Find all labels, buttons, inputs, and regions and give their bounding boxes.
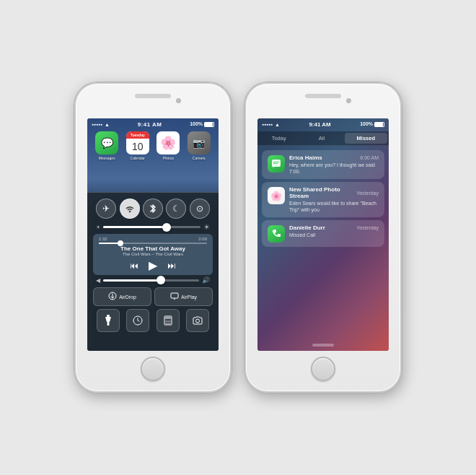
clock-button[interactable] bbox=[126, 309, 149, 332]
camera-app-icon: 📷 Camera bbox=[188, 131, 211, 160]
fast-forward-button[interactable]: ⏭ bbox=[167, 261, 176, 271]
music-progress-thumb bbox=[118, 240, 123, 246]
left-time: 9:41 AM bbox=[138, 121, 162, 128]
svg-point-9 bbox=[169, 321, 170, 322]
brightness-track[interactable] bbox=[103, 226, 200, 228]
bluetooth-toggle[interactable] bbox=[143, 199, 163, 219]
quick-launch-row bbox=[93, 309, 213, 332]
signal-dots: ●●●●● ▲ bbox=[92, 122, 110, 127]
music-title: The One That Got Away bbox=[99, 245, 207, 252]
notification-item[interactable]: Danielle Durr Yesterday Missed Call bbox=[262, 220, 384, 247]
notifications-screen: ●●●●● ▲ 9:41 AM 100% Today All Missed bbox=[257, 118, 389, 351]
svg-rect-6 bbox=[165, 317, 171, 319]
camera-label: Camera bbox=[193, 156, 206, 160]
notif-2-message: Eden Sears would like to share "Beach Tr… bbox=[289, 200, 379, 213]
left-phone: 💬 Messages Tuesday 10 Calendar 🌸 Photos … bbox=[74, 82, 232, 393]
photos-notif-icon: 🌸 bbox=[268, 187, 285, 204]
messages-label: Messages bbox=[99, 156, 115, 160]
right-home-button[interactable] bbox=[311, 357, 335, 381]
volume-slider-row: ◀ 🔊 bbox=[87, 275, 219, 285]
notif-1-time: 8:00 AM bbox=[360, 155, 379, 160]
brightness-fill bbox=[103, 226, 167, 228]
notif-2-time: Yesterday bbox=[356, 191, 379, 196]
do-not-disturb-toggle[interactable]: ☾ bbox=[166, 199, 186, 219]
brightness-max-icon: ☀ bbox=[203, 223, 210, 231]
tab-today[interactable]: Today bbox=[257, 131, 300, 145]
svg-rect-3 bbox=[107, 322, 109, 326]
tab-missed[interactable]: Missed bbox=[345, 133, 387, 144]
calendar-label: Calendar bbox=[131, 156, 145, 160]
notif-3-header: Danielle Durr Yesterday bbox=[289, 225, 379, 231]
notif-3-message: Missed Call bbox=[289, 232, 379, 238]
control-center-panel: ✈ ☾ ⊙ ☀ ☀ bbox=[87, 192, 219, 351]
control-center-screen: 💬 Messages Tuesday 10 Calendar 🌸 Photos … bbox=[87, 118, 219, 351]
music-total-time: 2:00 bbox=[198, 237, 207, 241]
left-battery: 100% bbox=[190, 121, 214, 127]
airplay-icon bbox=[170, 292, 179, 302]
play-button[interactable]: ▶ bbox=[149, 258, 157, 272]
right-time: 9:41 AM bbox=[309, 121, 330, 128]
photos-label: Photos bbox=[162, 156, 174, 160]
calendar-day: Tuesday bbox=[126, 131, 149, 139]
notification-item[interactable]: Erica Haims 8:00 AM Hey, where are you? … bbox=[262, 150, 384, 179]
music-controls: ⏮ ▶ ⏭ bbox=[99, 258, 207, 272]
app-icons-row: 💬 Messages Tuesday 10 Calendar 🌸 Photos … bbox=[87, 131, 219, 160]
camera-icon: 📷 bbox=[188, 131, 211, 154]
brightness-thumb bbox=[162, 223, 171, 232]
rewind-button[interactable]: ⏮ bbox=[130, 261, 138, 271]
camera-quick-button[interactable] bbox=[186, 309, 209, 332]
messages-notif-icon bbox=[268, 155, 285, 173]
calendar-date: 10 bbox=[126, 139, 149, 154]
volume-max-icon: 🔊 bbox=[202, 276, 210, 284]
calculator-button[interactable] bbox=[157, 309, 180, 332]
right-signal: ●●●●● ▲ bbox=[262, 122, 280, 127]
notif-3-time: Yesterday bbox=[356, 225, 379, 230]
notif-3-content: Danielle Durr Yesterday Missed Call bbox=[289, 225, 379, 238]
phone-notif-icon bbox=[268, 225, 285, 243]
home-indicator bbox=[312, 344, 334, 347]
volume-min-icon: ◀ bbox=[96, 277, 100, 284]
airdrop-label: AirDrop bbox=[119, 295, 136, 300]
music-current-time: 1:32 bbox=[99, 237, 107, 241]
right-phone: ●●●●● ▲ 9:41 AM 100% Today All Missed bbox=[244, 82, 402, 393]
tab-all[interactable]: All bbox=[300, 131, 343, 145]
left-home-button[interactable] bbox=[141, 357, 165, 381]
svg-point-10 bbox=[165, 323, 167, 324]
left-status-bar: ●●●●● ▲ 9:41 AM 100% bbox=[87, 118, 219, 130]
music-progress-track[interactable] bbox=[99, 243, 207, 244]
notif-1-message: Hey, where are you? I thought we said 7:… bbox=[289, 162, 379, 175]
svg-point-12 bbox=[169, 323, 170, 324]
airdrop-icon bbox=[108, 292, 117, 302]
notification-tabs: Today All Missed bbox=[257, 131, 389, 146]
music-time-row: 1:32 2:00 bbox=[99, 237, 207, 241]
notif-3-sender: Danielle Durr bbox=[289, 225, 325, 231]
music-artist: The Civil Wars – The Civil Wars bbox=[99, 252, 207, 256]
notifications-list: Erica Haims 8:00 AM Hey, where are you? … bbox=[257, 146, 389, 251]
notif-1-sender: Erica Haims bbox=[289, 154, 322, 161]
airplane-mode-toggle[interactable]: ✈ bbox=[96, 199, 116, 219]
music-player: 1:32 2:00 The One That Got Away The Civi… bbox=[93, 234, 213, 275]
wifi-toggle[interactable] bbox=[120, 199, 140, 219]
rotation-lock-toggle[interactable]: ⊙ bbox=[190, 199, 210, 219]
messages-app-icon: 💬 Messages bbox=[95, 131, 118, 160]
svg-point-8 bbox=[167, 321, 169, 322]
photos-icon: 🌸 bbox=[157, 131, 180, 154]
right-phone-camera bbox=[346, 98, 351, 103]
control-toggles-row: ✈ ☾ ⊙ bbox=[87, 193, 219, 222]
svg-point-13 bbox=[196, 319, 200, 323]
notif-2-header: New Shared Photo Stream Yesterday bbox=[289, 186, 379, 199]
calendar-icon: Tuesday 10 bbox=[126, 131, 149, 154]
flashlight-button[interactable] bbox=[97, 309, 120, 332]
brightness-slider-row: ☀ ☀ bbox=[87, 222, 219, 232]
notification-item[interactable]: 🌸 New Shared Photo Stream Yesterday Eden… bbox=[262, 182, 384, 217]
volume-track[interactable] bbox=[103, 279, 199, 282]
airdrop-button[interactable]: AirDrop bbox=[93, 287, 151, 306]
svg-point-11 bbox=[167, 323, 169, 324]
right-battery: 100% bbox=[360, 121, 384, 127]
notif-1-header: Erica Haims 8:00 AM bbox=[289, 154, 379, 161]
brightness-min-icon: ☀ bbox=[96, 225, 100, 230]
airplay-button[interactable]: AirPlay bbox=[154, 287, 213, 306]
airplay-label: AirPlay bbox=[181, 295, 197, 300]
volume-thumb bbox=[157, 276, 165, 284]
svg-rect-2 bbox=[107, 315, 110, 317]
